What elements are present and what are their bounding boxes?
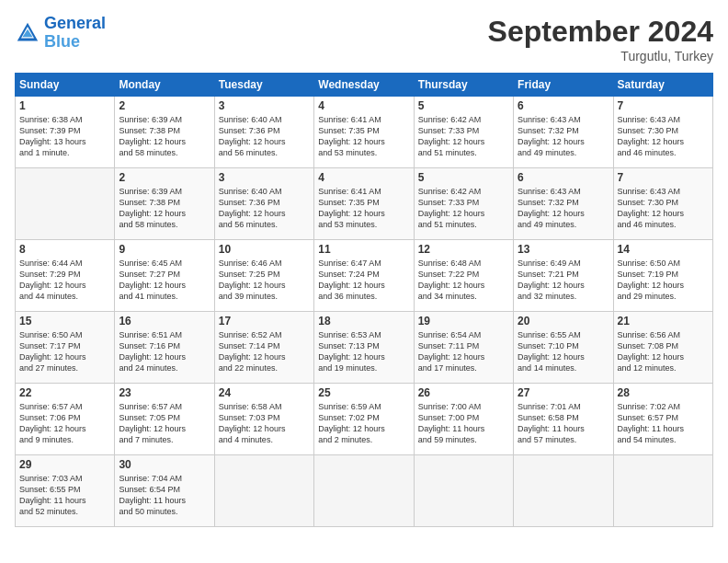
- day-info: Sunrise: 6:45 AM Sunset: 7:27 PM Dayligh…: [119, 258, 210, 303]
- table-row: 2Sunrise: 6:39 AM Sunset: 7:38 PM Daylig…: [115, 97, 214, 168]
- table-row: 29Sunrise: 7:03 AM Sunset: 6:55 PM Dayli…: [16, 455, 115, 527]
- table-row: 20Sunrise: 6:55 AM Sunset: 7:10 PM Dayli…: [514, 312, 613, 384]
- table-row: [514, 455, 613, 527]
- day-number: 26: [418, 386, 509, 399]
- day-number: 14: [618, 243, 709, 256]
- table-row: [16, 168, 115, 240]
- day-number: 30: [119, 458, 210, 471]
- table-row: 6Sunrise: 6:43 AM Sunset: 7:32 PM Daylig…: [514, 97, 613, 168]
- day-number: 25: [318, 386, 409, 399]
- th-tuesday: Tuesday: [214, 74, 313, 97]
- logo-text: General Blue: [44, 15, 106, 52]
- table-row: 1Sunrise: 6:38 AM Sunset: 7:39 PM Daylig…: [16, 97, 115, 168]
- day-info: Sunrise: 6:43 AM Sunset: 7:30 PM Dayligh…: [618, 186, 709, 231]
- table-row: 6Sunrise: 6:43 AM Sunset: 7:32 PM Daylig…: [514, 168, 613, 240]
- table-row: 3Sunrise: 6:40 AM Sunset: 7:36 PM Daylig…: [214, 97, 313, 168]
- th-sunday: Sunday: [16, 74, 115, 97]
- title-section: September 2024 Turgutlu, Turkey: [488, 15, 713, 63]
- day-number: 6: [518, 171, 609, 184]
- table-row: 17Sunrise: 6:52 AM Sunset: 7:14 PM Dayli…: [214, 312, 313, 384]
- day-info: Sunrise: 6:46 AM Sunset: 7:25 PM Dayligh…: [219, 258, 310, 303]
- table-row: 11Sunrise: 6:47 AM Sunset: 7:24 PM Dayli…: [314, 240, 414, 312]
- day-info: Sunrise: 7:03 AM Sunset: 6:55 PM Dayligh…: [19, 473, 110, 518]
- day-info: Sunrise: 6:38 AM Sunset: 7:39 PM Dayligh…: [19, 114, 110, 159]
- table-row: 18Sunrise: 6:53 AM Sunset: 7:13 PM Dayli…: [314, 312, 414, 384]
- table-row: 30Sunrise: 7:04 AM Sunset: 6:54 PM Dayli…: [115, 455, 214, 527]
- day-number: 17: [219, 315, 310, 327]
- day-info: Sunrise: 6:59 AM Sunset: 7:02 PM Dayligh…: [318, 401, 409, 446]
- day-number: 2: [119, 99, 210, 112]
- day-info: Sunrise: 7:00 AM Sunset: 7:00 PM Dayligh…: [418, 401, 509, 446]
- table-row: 4Sunrise: 6:41 AM Sunset: 7:35 PM Daylig…: [314, 168, 414, 240]
- day-info: Sunrise: 6:51 AM Sunset: 7:16 PM Dayligh…: [119, 329, 210, 374]
- day-info: Sunrise: 6:43 AM Sunset: 7:30 PM Dayligh…: [618, 114, 709, 159]
- day-info: Sunrise: 6:39 AM Sunset: 7:38 PM Dayligh…: [119, 186, 210, 231]
- day-info: Sunrise: 6:44 AM Sunset: 7:29 PM Dayligh…: [19, 258, 110, 303]
- table-row: 22Sunrise: 6:57 AM Sunset: 7:06 PM Dayli…: [16, 384, 115, 455]
- table-row: 3Sunrise: 6:40 AM Sunset: 7:36 PM Daylig…: [214, 168, 313, 240]
- header-row: Sunday Monday Tuesday Wednesday Thursday…: [16, 74, 713, 97]
- table-row: 23Sunrise: 6:57 AM Sunset: 7:05 PM Dayli…: [115, 384, 214, 455]
- day-number: 4: [318, 171, 409, 184]
- table-row: 5Sunrise: 6:42 AM Sunset: 7:33 PM Daylig…: [414, 168, 513, 240]
- day-info: Sunrise: 6:43 AM Sunset: 7:32 PM Dayligh…: [518, 114, 609, 159]
- day-info: Sunrise: 6:58 AM Sunset: 7:03 PM Dayligh…: [219, 401, 310, 446]
- day-number: 16: [119, 315, 210, 327]
- table-row: 4Sunrise: 6:41 AM Sunset: 7:35 PM Daylig…: [314, 97, 414, 168]
- th-wednesday: Wednesday: [314, 74, 414, 97]
- month-title: September 2024: [488, 15, 713, 49]
- table-row: 14Sunrise: 6:50 AM Sunset: 7:19 PM Dayli…: [613, 240, 712, 312]
- table-row: 19Sunrise: 6:54 AM Sunset: 7:11 PM Dayli…: [414, 312, 513, 384]
- day-number: 28: [618, 386, 709, 399]
- day-number: 2: [119, 171, 210, 184]
- day-info: Sunrise: 6:47 AM Sunset: 7:24 PM Dayligh…: [318, 258, 409, 303]
- day-number: 3: [219, 99, 310, 112]
- table-row: 24Sunrise: 6:58 AM Sunset: 7:03 PM Dayli…: [214, 384, 313, 455]
- th-thursday: Thursday: [414, 74, 513, 97]
- table-row: 7Sunrise: 6:43 AM Sunset: 7:30 PM Daylig…: [613, 168, 712, 240]
- day-number: 8: [19, 243, 110, 256]
- day-number: 4: [318, 99, 409, 112]
- table-row: 27Sunrise: 7:01 AM Sunset: 6:58 PM Dayli…: [514, 384, 613, 455]
- th-saturday: Saturday: [613, 74, 712, 97]
- day-number: 15: [19, 315, 110, 327]
- day-info: Sunrise: 6:53 AM Sunset: 7:13 PM Dayligh…: [318, 329, 409, 374]
- day-info: Sunrise: 7:02 AM Sunset: 6:57 PM Dayligh…: [618, 401, 709, 446]
- day-number: 9: [119, 243, 210, 256]
- table-row: 13Sunrise: 6:49 AM Sunset: 7:21 PM Dayli…: [514, 240, 613, 312]
- day-info: Sunrise: 6:39 AM Sunset: 7:38 PM Dayligh…: [119, 114, 210, 159]
- day-number: 29: [19, 458, 110, 471]
- day-info: Sunrise: 6:49 AM Sunset: 7:21 PM Dayligh…: [518, 258, 609, 303]
- day-info: Sunrise: 6:42 AM Sunset: 7:33 PM Dayligh…: [418, 114, 509, 159]
- logo: General Blue: [15, 15, 106, 52]
- day-info: Sunrise: 6:55 AM Sunset: 7:10 PM Dayligh…: [518, 329, 609, 374]
- th-friday: Friday: [514, 74, 613, 97]
- table-row: [414, 455, 513, 527]
- table-row: 26Sunrise: 7:00 AM Sunset: 7:00 PM Dayli…: [414, 384, 513, 455]
- day-number: 19: [418, 315, 509, 327]
- day-number: 12: [418, 243, 509, 256]
- day-number: 21: [618, 315, 709, 327]
- day-info: Sunrise: 7:04 AM Sunset: 6:54 PM Dayligh…: [119, 473, 210, 518]
- table-row: 10Sunrise: 6:46 AM Sunset: 7:25 PM Dayli…: [214, 240, 313, 312]
- logo-icon: [15, 20, 40, 46]
- day-info: Sunrise: 6:40 AM Sunset: 7:36 PM Dayligh…: [219, 114, 310, 159]
- table-row: 9Sunrise: 6:45 AM Sunset: 7:27 PM Daylig…: [115, 240, 214, 312]
- page: General Blue September 2024 Turgutlu, Tu…: [0, 0, 728, 536]
- table-row: 25Sunrise: 6:59 AM Sunset: 7:02 PM Dayli…: [314, 384, 414, 455]
- day-info: Sunrise: 6:50 AM Sunset: 7:17 PM Dayligh…: [19, 329, 110, 374]
- day-number: 23: [119, 386, 210, 399]
- day-info: Sunrise: 6:43 AM Sunset: 7:32 PM Dayligh…: [518, 186, 609, 231]
- day-info: Sunrise: 6:50 AM Sunset: 7:19 PM Dayligh…: [618, 258, 709, 303]
- day-number: 27: [518, 386, 609, 399]
- day-number: 5: [418, 99, 509, 112]
- table-row: [314, 455, 414, 527]
- day-number: 18: [318, 315, 409, 327]
- subtitle: Turgutlu, Turkey: [488, 49, 713, 63]
- th-monday: Monday: [115, 74, 214, 97]
- day-info: Sunrise: 6:54 AM Sunset: 7:11 PM Dayligh…: [418, 329, 509, 374]
- day-number: 22: [19, 386, 110, 399]
- day-info: Sunrise: 6:40 AM Sunset: 7:36 PM Dayligh…: [219, 186, 310, 231]
- day-info: Sunrise: 6:52 AM Sunset: 7:14 PM Dayligh…: [219, 329, 310, 374]
- table-row: [214, 455, 313, 527]
